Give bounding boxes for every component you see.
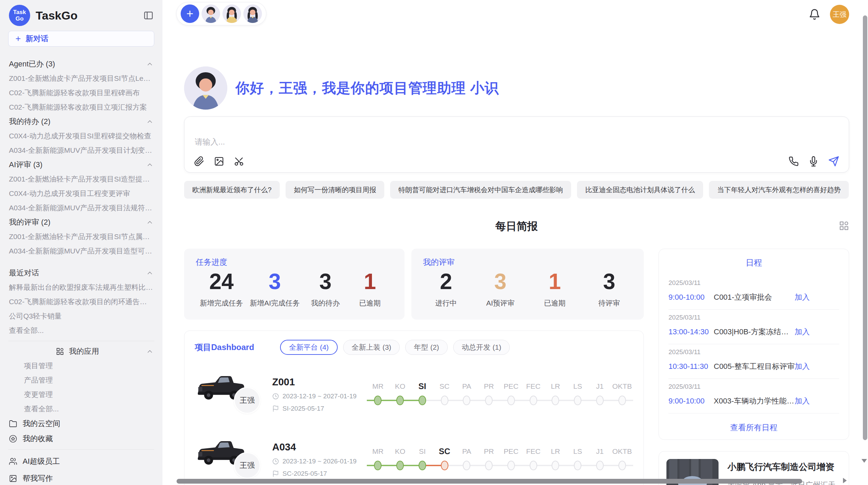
stat-value: 2 (427, 270, 465, 294)
sidebar-item[interactable]: Z001-全新燃油皮卡产品开发项目SI节点Lesson Learn报告 (5, 71, 157, 86)
project-dates: 2023-12-19 ~ 2027-01-19 (272, 393, 364, 400)
sidebar-section-header[interactable]: 最近对话 (5, 266, 157, 280)
sidebar-section-header[interactable]: 我的待办 (2) (5, 114, 157, 129)
sidebar-item[interactable]: Z001-全新燃油轻卡产品开发项目SI造型提交物评审 (5, 172, 157, 186)
suggestion-chip[interactable]: 如何写一份清晰的项目周报 (286, 181, 384, 199)
join-event-link[interactable]: 加入 (795, 361, 810, 372)
section-title: 我的评审 (2) (9, 217, 50, 227)
image-upload-icon[interactable] (214, 156, 224, 166)
milestone-dot (419, 396, 426, 405)
sidebar-section-header[interactable]: AI评审 (3) (5, 158, 157, 172)
milestone: J1 (589, 381, 611, 407)
sidebar-tool[interactable]: AI超级员工 (5, 453, 157, 470)
logo-line1: Task (13, 9, 26, 15)
milestone-dot (552, 461, 559, 470)
sidebar-item[interactable]: A034-全新新能源MUV产品开发项目造型可行性评审 (5, 244, 157, 258)
dashboard-tab[interactable]: 全新平台 (4) (280, 340, 338, 355)
join-event-link[interactable]: 加入 (795, 327, 810, 337)
sidebar-app-item[interactable]: 项目管理 (5, 359, 157, 373)
suggestion-chip[interactable]: 欧洲新规最近颁布了什么? (184, 181, 280, 199)
suggestion-chip[interactable]: 当下年轻人对汽车外观有怎样的喜好趋势 (709, 181, 849, 199)
section-title: Agent已办 (3) (9, 59, 55, 69)
sidebar-app-item[interactable]: 查看全部... (5, 402, 157, 416)
milestone-track: MR KO SI (367, 446, 633, 472)
grid-icon (56, 347, 64, 356)
add-session-button[interactable] (181, 4, 199, 23)
project-row[interactable]: 王强 Z001 2023-12-19 ~ 2027-01-19 SI-2025-… (195, 369, 633, 420)
chat-input-box[interactable]: 请输入... (184, 116, 849, 173)
chevron-up-icon (146, 348, 154, 355)
milestone-label: OKTB (611, 381, 633, 394)
session-avatar[interactable] (222, 4, 241, 23)
horizontal-scrollbar[interactable] (177, 479, 802, 484)
microphone-icon[interactable] (808, 156, 819, 166)
suggestion-chip[interactable]: 特朗普可能对进口汽车增税会对中国车企造成哪些影响 (390, 181, 571, 199)
phone-call-icon[interactable] (788, 156, 799, 166)
clock-icon (272, 458, 279, 465)
project-info: A034 2023-12-19 ~ 2026-01-19 SC-2025-05-… (272, 442, 364, 477)
sidebar-item[interactable]: 解释最新出台的欧盟报废车法规再生塑料比例被调至15%... (5, 280, 157, 295)
sidebar-section: 我的待办 (2)C0X4-动力总成开发项目SI里程碑提交物检查A034-全新新能… (5, 114, 157, 158)
stat-label: AI预评审 (482, 298, 519, 308)
send-icon[interactable] (828, 156, 839, 167)
app-title: TaskGo (36, 9, 77, 22)
milestone-label: SC (433, 446, 456, 459)
stat-label: 待评审 (590, 298, 628, 308)
session-avatar[interactable] (243, 4, 262, 23)
sidebar-item[interactable]: 查看全部... (5, 323, 157, 338)
sidebar-item[interactable]: C02-飞腾新能源轻客改款项目的闭环通告反馈情况 (5, 295, 157, 309)
schedule-event: 2025/03/11 9:00-10:00 X003-车辆动力学性能验... 加… (668, 379, 839, 413)
sidebar-app-item[interactable]: 变更管理 (5, 387, 157, 402)
sidebar-item[interactable]: C02-飞腾新能源轻客改款项目立项汇报方案 (5, 100, 157, 114)
my-apps-header[interactable]: 我的应用 (5, 344, 157, 359)
suggestion-chip[interactable]: 比亚迪全固态电池计划具体说了什么 (577, 181, 703, 199)
milestone-dot (574, 396, 581, 405)
scroll-down-arrow[interactable] (861, 459, 867, 463)
project-row[interactable]: 王强 A034 2023-12-19 ~ 2026-01-19 SC-2025-… (195, 434, 633, 485)
vertical-scrollbar[interactable] (863, 15, 867, 440)
attachment-icon[interactable] (194, 156, 204, 166)
milestone-label: PR (478, 446, 500, 459)
project-dates: 2023-12-19 ~ 2026-01-19 (272, 458, 364, 465)
sidebar-section: 我的评审 (2)Z001-全新燃油轻卡产品开发项目SI节点属性5D文件评审A03… (5, 215, 157, 258)
stat-value: 3 (250, 270, 300, 294)
sidebar-item[interactable]: Z001-全新燃油轻卡产品开发项目SI节点属性5D文件评审 (5, 229, 157, 244)
event-date: 2025/03/11 (668, 314, 810, 321)
sidebar-section-header[interactable]: Agent已办 (3) (5, 57, 157, 71)
milestone-label: LS (567, 446, 589, 459)
project-image: 王强 (195, 372, 263, 416)
dashboard-tab[interactable]: 全新上装 (3) (343, 340, 400, 355)
notification-bell-icon[interactable] (809, 9, 820, 20)
milestone: PA (456, 381, 478, 407)
session-avatar[interactable] (202, 4, 220, 23)
milestone: KO (389, 446, 411, 472)
user-avatar[interactable]: 王强 (830, 5, 849, 24)
schedule-event: 2025/03/11 9:00-10:00 C001-立项审批会 加入 (668, 275, 839, 310)
scroll-right-arrow[interactable] (843, 478, 847, 483)
greeting-row: 你好，王强，我是你的项目管理助理 小识 (184, 66, 849, 110)
sidebar-section-header[interactable]: 我的评审 (2) (5, 215, 157, 229)
sidebar-item[interactable]: 公司Q3轻卡销量 (5, 309, 157, 323)
sidebar-item[interactable]: C02-飞腾新能源轻客改款项目里程碑画布 (5, 86, 157, 100)
dashboard-tab[interactable]: 动总开发 (1) (453, 340, 510, 355)
sidebar-item[interactable]: C0X4-动力总成开发项目工程变更评审 (5, 186, 157, 201)
join-event-link[interactable]: 加入 (795, 396, 810, 406)
stat-label: 新增完成任务 (200, 298, 243, 308)
stat-label: 我的待办 (306, 298, 344, 308)
dashboard-tabs: 全新平台 (4)全新上装 (3)年型 (2)动总开发 (1) (280, 340, 510, 355)
dashboard-tab[interactable]: 年型 (2) (405, 340, 448, 355)
collapse-sidebar-icon[interactable] (143, 10, 154, 21)
join-event-link[interactable]: 加入 (795, 292, 810, 302)
view-all-schedule-link[interactable]: 查看所有日程 (668, 413, 839, 434)
sidebar-item[interactable]: C0X4-动力总成开发项目SI里程碑提交物检查 (5, 129, 157, 143)
milestone: KO (389, 381, 411, 407)
sidebar-item[interactable]: A034-全新新能源MUV产品开发项目计划变更表编写 (5, 143, 157, 158)
scissors-icon[interactable] (234, 156, 244, 166)
layout-grid-icon[interactable] (839, 221, 849, 231)
sidebar-link[interactable]: 我的云空间 (5, 416, 157, 431)
sidebar-link[interactable]: 我的收藏 (5, 431, 157, 446)
sidebar-item[interactable]: A034-全新新能源MUV产品开发项目法规符合性评审 (5, 201, 157, 215)
new-chat-button[interactable]: 新对话 (8, 31, 154, 47)
sidebar-app-item[interactable]: 产品管理 (5, 373, 157, 387)
sidebar-tool[interactable]: 帮我写作 (5, 470, 157, 485)
